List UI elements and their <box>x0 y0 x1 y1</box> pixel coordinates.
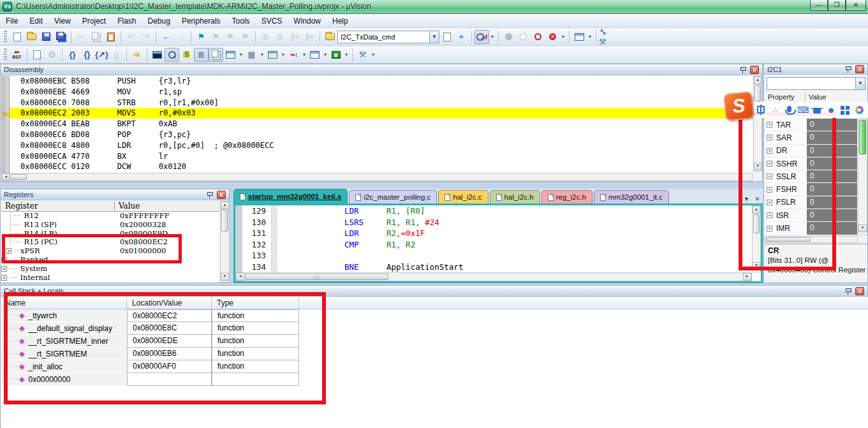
new-file-button[interactable] <box>10 30 24 44</box>
memory-window-button[interactable]: ▦ <box>244 48 259 62</box>
callstack-pin-icon[interactable] <box>845 288 851 295</box>
editor-hscrollbar[interactable]: ◄ ▯▯▯ ► <box>235 272 752 281</box>
scroll-thumb[interactable] <box>10 174 27 180</box>
close-button[interactable]: ✕ <box>846 0 866 11</box>
scroll-thumb[interactable] <box>221 210 228 232</box>
tab-mm32g0001-it[interactable]: mm32g0001_it.c <box>594 190 669 203</box>
system-viewer-button[interactable]: ▦ <box>328 48 343 62</box>
trace-window-dropdown[interactable]: ▾ <box>322 48 328 62</box>
menu-edit[interactable]: Edit <box>24 15 48 27</box>
watch-window-dropdown[interactable]: ▾ <box>238 48 244 62</box>
toolbar-grip2[interactable] <box>4 48 7 61</box>
toolbox-button[interactable]: ⚒︎ <box>355 48 370 62</box>
reset-button[interactable]: ⬅RST <box>10 48 24 62</box>
system-viewer-dropdown[interactable]: ▾ <box>343 48 349 62</box>
tab-startup-file[interactable]: startup_mm32g0001_keil.s <box>233 189 348 203</box>
registers-vscrollbar[interactable]: ▲ ▼ <box>220 201 230 283</box>
ime-settings-gear-icon[interactable] <box>854 105 864 115</box>
menu-file[interactable]: File <box>0 15 24 27</box>
find-combo[interactable]: I2C_TxData_cmd ▼ <box>337 31 439 43</box>
comment-button[interactable]: ∥≡ <box>288 30 302 44</box>
callstack-window-button[interactable] <box>209 48 223 62</box>
redo-button[interactable]: ↷ <box>138 30 153 44</box>
find-combo-dropdown[interactable]: ▼ <box>429 31 439 43</box>
analysis-window-dropdown[interactable]: ▾ <box>301 48 307 62</box>
disassembly-hscrollbar[interactable]: ◄ <box>1 173 753 181</box>
scroll-left-icon[interactable]: ◄ <box>2 173 10 181</box>
uncomment-button[interactable]: ∥≡ <box>302 30 317 44</box>
disassembly-code[interactable]: 0x08000EBC B508 PUSH {r3,lr} 0x08000EBE … <box>1 76 753 173</box>
paste-button[interactable] <box>103 30 118 44</box>
i2c1-pin-icon[interactable] <box>845 66 851 73</box>
cut-button[interactable]: ✂ <box>74 30 89 44</box>
ime-skin-icon[interactable] <box>812 105 822 115</box>
menu-window[interactable]: Window <box>288 15 327 27</box>
tab-hal-i2c-h[interactable]: hal_i2c.h <box>490 190 540 203</box>
ime-chinese-mode-icon[interactable] <box>756 105 766 115</box>
trace-window-button[interactable] <box>307 48 322 62</box>
menu-flash[interactable]: Flash <box>112 15 142 27</box>
tab-hal-i2c-c[interactable]: hal_i2c.c <box>438 190 488 203</box>
run-button[interactable]: ↓ <box>30 48 45 62</box>
search-mode-button[interactable]: d <box>474 30 489 44</box>
ime-emoji-icon[interactable]: ☻ <box>826 105 836 115</box>
navigate-back-button[interactable]: ← <box>159 30 173 44</box>
navigate-forward-button[interactable]: → <box>173 30 188 44</box>
toolbar-grip[interactable] <box>4 31 7 43</box>
watch-window-button[interactable] <box>223 48 238 62</box>
search-mode-dropdown[interactable]: ▾ <box>489 30 496 44</box>
serial-window-dropdown[interactable]: ▾ <box>280 48 286 62</box>
symbols-window-button[interactable]: S <box>179 48 194 62</box>
menu-project[interactable]: Project <box>77 15 112 27</box>
analysis-window-button[interactable]: ⌁t <box>286 48 301 62</box>
callstack-close-icon[interactable]: x <box>855 287 864 295</box>
incremental-find-button[interactable]: ⌖ <box>454 30 469 44</box>
scroll-down-icon[interactable]: ▼ <box>858 225 867 232</box>
value-column-header[interactable]: Value <box>805 92 867 102</box>
disassembly-window-button[interactable] <box>165 48 179 62</box>
ime-keyboard-icon[interactable]: ⌨ <box>798 105 808 115</box>
ime-apps-grid-icon[interactable] <box>840 105 850 115</box>
tab-reg-i2c-h[interactable]: reg_i2c.h <box>541 190 592 203</box>
property-column-header[interactable]: Property <box>765 92 805 102</box>
disassembly-pin-icon[interactable] <box>740 66 746 73</box>
find-combo-value[interactable]: I2C_TxData_cmd <box>338 33 429 41</box>
registers-pin-icon[interactable] <box>207 191 213 198</box>
scroll-down-icon[interactable]: ▼ <box>221 273 229 281</box>
indent-button[interactable]: ≣ <box>258 30 273 44</box>
step-into-button[interactable]: {᷾} <box>65 48 80 62</box>
menu-peripherals[interactable]: Peripherals <box>176 15 226 27</box>
bookmark-toggle-button[interactable]: ⚑ <box>194 30 209 44</box>
breakpoint-disable-all-button[interactable] <box>531 30 545 44</box>
register-column-header[interactable]: Register <box>1 201 115 211</box>
memory-window-dropdown[interactable]: ▾ <box>259 48 265 62</box>
step-over-button[interactable]: {̑} <box>80 48 94 62</box>
bookmark-clear-button[interactable]: ⚑ <box>238 30 253 44</box>
expand-icon[interactable]: + <box>1 275 7 281</box>
scroll-left-icon[interactable]: ◄ <box>236 273 244 281</box>
scroll-up-icon[interactable]: ▲ <box>754 77 761 84</box>
minimize-button[interactable]: — <box>810 0 828 11</box>
find-in-files2-button[interactable] <box>439 30 454 44</box>
i2c1-close-icon[interactable]: x <box>855 65 864 73</box>
breakpoint-enable-button[interactable] <box>516 30 531 44</box>
command-window-button[interactable] <box>150 48 165 62</box>
i2c1-vscrollbar[interactable]: ▼ <box>858 119 867 235</box>
breakpoint-dropdown[interactable]: ▾ <box>560 30 566 44</box>
expand-icon[interactable]: + <box>1 266 7 272</box>
breakpoint-kill-all-button[interactable]: ✕ <box>545 30 560 44</box>
undo-button[interactable]: ↶ <box>124 30 138 44</box>
bookmark-prev-button[interactable]: ⚑ <box>209 30 223 44</box>
window-layout-dropdown[interactable]: ▾ <box>587 30 593 44</box>
toolbox-dropdown[interactable]: ▾ <box>370 48 376 62</box>
menu-tools[interactable]: Tools <box>226 15 256 27</box>
tab-i2c-master-polling[interactable]: i2c_master_polling.c <box>349 190 437 203</box>
editor-content[interactable]: 129 130 131 132 133 134 LDRR1, [R0] LSRS… <box>233 203 763 283</box>
outdent-button[interactable]: ≣ <box>273 30 288 44</box>
find-in-files-button[interactable] <box>323 30 337 44</box>
menu-debug[interactable]: Debug <box>142 15 176 27</box>
configure-button[interactable]: 🔧︎⚒︎ <box>599 30 614 44</box>
breakpoint-margin[interactable] <box>235 205 242 272</box>
sogou-ime-logo[interactable]: S <box>723 91 754 121</box>
bookmark-next-button[interactable]: ⚑ <box>223 30 238 44</box>
